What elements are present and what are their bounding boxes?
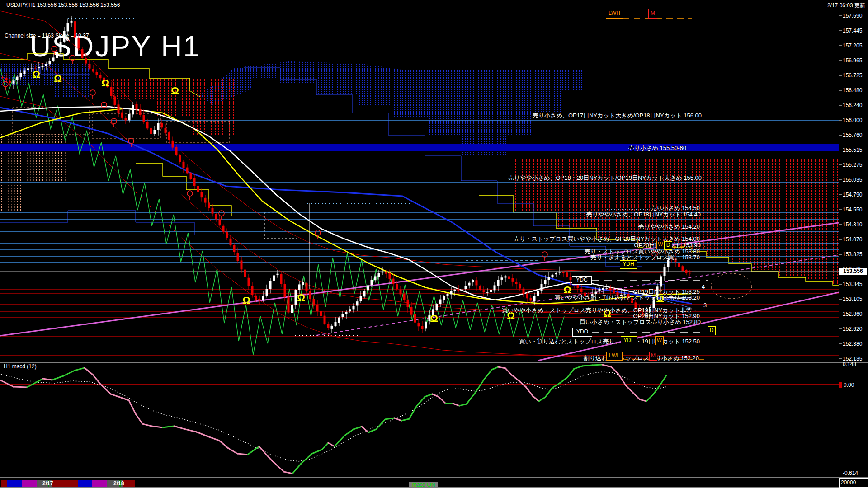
macd-main-line	[197, 432, 208, 436]
macd-main-line	[439, 397, 446, 404]
price-axis-label: 153.825	[843, 251, 862, 258]
last-update-timestamp: 2/17 06:03 更新	[827, 2, 865, 9]
macd-main-line	[618, 374, 626, 386]
omega-symbol: Ω	[297, 292, 305, 303]
price-axis-label: 154.070	[843, 236, 862, 243]
macd-main-line	[453, 404, 459, 406]
macd-main-line	[1, 380, 14, 387]
macd-axis-bottom-label: -0.614	[843, 470, 858, 476]
macd-main-line	[208, 436, 219, 441]
macd-main-line	[505, 368, 512, 375]
chart-object-label-w[interactable]: W	[656, 241, 665, 249]
trend-line[interactable]	[0, 223, 839, 336]
macd-main-line	[151, 426, 163, 427]
macd-main-line	[663, 375, 666, 381]
macd-main-line	[560, 377, 567, 383]
macd-main-line	[185, 429, 197, 432]
chart-object-label-ydc[interactable]: YDC	[572, 276, 592, 285]
sell-signal-icon	[70, 55, 75, 64]
sell-zone-band	[0, 144, 839, 151]
level-annotation: 買い小さめ・ストップロス売り小さめ 152.80	[580, 318, 701, 326]
chart-object-label-ydl[interactable]: YDL	[621, 336, 637, 345]
price-axis-label: 156.000	[843, 117, 862, 123]
macd-main-line	[136, 414, 142, 424]
chart-object-label-m[interactable]: M	[649, 352, 657, 361]
macd-main-line	[362, 427, 368, 432]
macd-main-line	[328, 443, 335, 446]
macd-main-line	[93, 375, 100, 384]
chart-object-label-ydo[interactable]: YDO	[572, 328, 592, 337]
macd-main-line	[335, 436, 344, 446]
level-annotation: 買い・割り込むとストップロス売り、OP17・19日NYカット 152.50	[519, 338, 700, 346]
level-annotation: 売りやや小さめ、OP18・20日NYカット/OP19日NYカット大きめ 155.…	[508, 174, 702, 182]
chart-object-label-lwl[interactable]: LWL	[606, 352, 623, 361]
macd-toggle-button[interactable]: macd ON	[409, 482, 438, 488]
omega-symbol: Ω	[32, 69, 40, 80]
price-axis-label: 153.345	[843, 281, 862, 287]
macd-main-line	[602, 365, 611, 367]
omega-symbol: Ω	[171, 85, 179, 96]
macd-main-line	[14, 387, 27, 387]
chart-object-label-d[interactable]: D	[708, 326, 716, 335]
macd-main-line	[219, 441, 228, 448]
price-axis-label: 152.620	[843, 326, 862, 332]
price-axis-label: 155.515	[843, 147, 862, 153]
macd-main-line	[646, 395, 653, 401]
macd-main-line	[533, 396, 539, 401]
macd-main-line	[592, 365, 602, 365]
omega-symbol: Ω	[101, 77, 109, 89]
main-chart-layers: ΩΩΩΩΩΩΩΩΩΩΩ	[0, 11, 839, 361]
macd-main-line	[322, 443, 328, 450]
price-axis-label: 154.790	[843, 192, 862, 198]
macd-main-line	[344, 429, 354, 436]
macd-main-line	[409, 406, 417, 419]
macd-main-line	[354, 427, 362, 429]
level-annotation: 売りやや小さめ、OP18日NYカット 154.40	[586, 211, 701, 219]
macd-main-line	[467, 392, 476, 404]
macd-pane-label: H1 macd (12)	[4, 363, 37, 370]
sell-signal-icon	[90, 90, 95, 99]
macd-main-line	[574, 366, 582, 369]
macd-main-line	[121, 398, 129, 400]
macd-main-line	[292, 464, 301, 474]
macd-main-line	[368, 429, 376, 432]
chart-object-label-d[interactable]: D	[664, 241, 672, 250]
omega-symbol: Ω	[430, 313, 438, 324]
level-annotation: 買いやや小さめ・割り込むとストップロス売り 153.20	[555, 294, 700, 302]
macd-main-line	[228, 448, 237, 454]
macd-main-line	[539, 397, 545, 401]
macd-main-line	[582, 365, 592, 366]
price-axis-label: 156.480	[843, 87, 862, 94]
macd-main-line	[248, 446, 259, 455]
level-annotation: 売り小さめ、OP17日NYカット大きめ/OP18日NYカット 156.00	[533, 112, 702, 120]
macd-main-line	[425, 394, 432, 397]
macd-main-line	[111, 394, 121, 398]
ichimoku-cloud	[199, 61, 583, 155]
chart-canvas: ΩΩΩΩΩΩΩΩΩΩΩ	[0, 0, 868, 488]
chart-object-label-m[interactable]: M	[648, 9, 657, 19]
macd-main-line	[492, 367, 498, 370]
macd-main-line	[312, 450, 322, 454]
level-annotation: 売り・超えるとストップロス買い 153.70	[590, 253, 700, 262]
macd-main-line	[163, 426, 174, 427]
macd-main-line	[259, 446, 271, 460]
price-axis-label: 156.240	[843, 102, 862, 108]
dashed-annotation-ellipse	[711, 273, 752, 299]
macd-main-line	[43, 379, 52, 380]
macd-main-line	[653, 388, 658, 395]
red-channel-line	[0, 11, 692, 272]
price-axis-label: 155.035	[843, 177, 862, 183]
macd-main-line	[301, 454, 312, 464]
price-axis-label: 157.205	[843, 42, 862, 49]
chart-object-label-ydh[interactable]: YDH	[620, 260, 637, 269]
time-axis-label: 2/18	[113, 480, 124, 487]
price-axis-label: 155.760	[843, 132, 862, 138]
price-axis-label: 157.690	[843, 13, 862, 19]
macd-main-line	[142, 424, 151, 426]
chart-object-label-w[interactable]: W	[655, 336, 664, 345]
chart-object-label-lwh[interactable]: LWH	[606, 9, 623, 19]
macd-main-line	[498, 367, 505, 368]
volume-axis-label: 20000	[839, 478, 868, 488]
current-price-tag: 153.556	[839, 268, 867, 275]
macd-main-line	[376, 419, 385, 429]
